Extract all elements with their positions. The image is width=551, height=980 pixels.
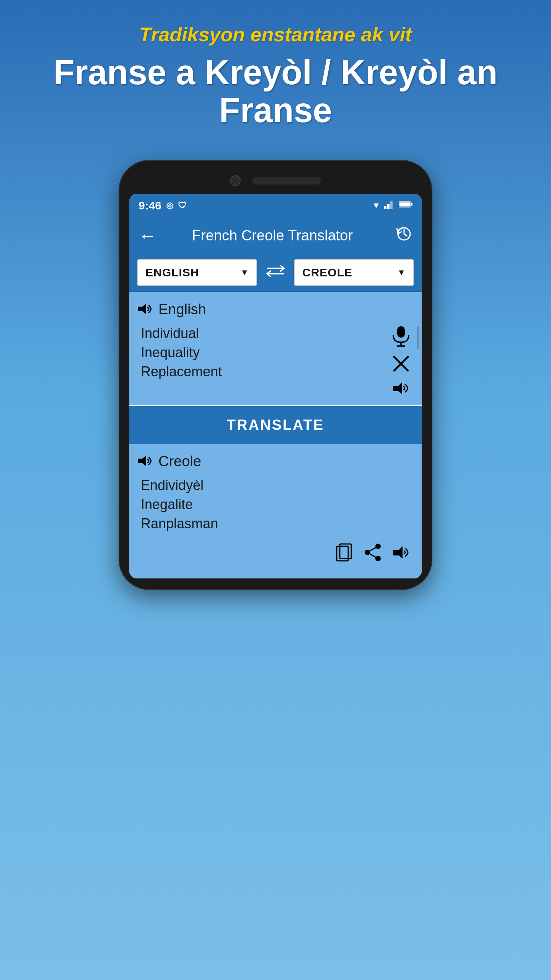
input-word-3: Replacement [141, 364, 222, 380]
subtitle-text: Tradiksyon enstantane ak vit [0, 23, 551, 46]
svg-rect-5 [411, 203, 412, 206]
source-language-button[interactable]: ENGLISH ▼ [137, 259, 257, 286]
status-circle-icon: ◎ [166, 201, 173, 211]
phone-container: 9:46 ◎ 🛡 ▼ [119, 160, 432, 590]
phone-outer: 9:46 ◎ 🛡 ▼ [119, 160, 432, 590]
svg-marker-13 [393, 382, 402, 394]
output-word-2: Inegalite [141, 497, 414, 513]
svg-line-21 [367, 552, 378, 559]
output-word-1: Endividyèl [141, 477, 414, 493]
phone-screen: 9:46 ◎ 🛡 ▼ [129, 194, 422, 578]
svg-marker-7 [138, 304, 146, 314]
signal-icon [384, 200, 395, 211]
target-language-dropdown-arrow: ▼ [397, 268, 406, 278]
title-text: Franse a Kreyòl / Kreyòl an Franse [0, 54, 551, 129]
phone-speaker-grille [252, 177, 321, 185]
target-language-label: CREOLE [302, 266, 352, 279]
svg-rect-8 [397, 326, 405, 338]
output-language-label: Creole [137, 453, 414, 470]
battery-icon [399, 201, 412, 211]
status-bar: 9:46 ◎ 🛡 ▼ [129, 194, 422, 217]
output-section: Creole Endividyèl Inegalite Ranplasman [129, 444, 422, 578]
status-shield-icon: 🛡 [178, 201, 186, 211]
source-language-label: ENGLISH [145, 266, 199, 279]
translate-button[interactable]: TRANSLATE [129, 406, 422, 444]
svg-rect-1 [387, 204, 390, 209]
svg-rect-2 [390, 201, 393, 209]
status-time: 9:46 [139, 199, 161, 212]
input-section: English Individual Inequality Replacemen… [129, 292, 422, 406]
phone-camera [230, 175, 241, 186]
header-area: Tradiksyon enstantane ak vit Franse a Kr… [0, 0, 551, 129]
source-language-dropdown-arrow: ▼ [240, 268, 249, 278]
target-language-button[interactable]: CREOLE ▼ [294, 259, 414, 286]
swap-languages-button[interactable] [262, 265, 289, 281]
status-left: 9:46 ◎ 🛡 [139, 199, 186, 212]
svg-rect-4 [399, 203, 411, 207]
microphone-icon[interactable] [392, 325, 410, 348]
input-word-1: Individual [141, 325, 222, 341]
input-play-icon[interactable] [392, 381, 410, 397]
svg-rect-0 [384, 206, 386, 209]
output-play-icon[interactable] [393, 545, 410, 562]
toolbar-title: French Creole Translator [149, 227, 396, 244]
output-language-name: Creole [158, 453, 201, 470]
output-words: Endividyèl Inegalite Ranplasman [137, 477, 414, 532]
language-selector-row: ENGLISH ▼ CREOLE ▼ [129, 254, 422, 292]
svg-marker-22 [393, 546, 403, 559]
history-button[interactable] [396, 225, 412, 246]
phone-top-bar [129, 172, 422, 194]
wifi-icon: ▼ [372, 201, 380, 211]
output-actions [137, 539, 414, 563]
output-word-3: Ranplasman [141, 516, 414, 532]
output-speaker-icon[interactable] [137, 454, 153, 469]
share-icon[interactable] [364, 543, 382, 563]
input-word-2: Inequality [141, 345, 222, 361]
app-toolbar: ← French Creole Translator [129, 217, 422, 254]
input-speaker-icon[interactable] [137, 302, 153, 317]
copy-icon[interactable] [336, 543, 353, 563]
input-language-label: English [137, 301, 414, 318]
svg-marker-14 [138, 456, 146, 466]
status-right: ▼ [372, 200, 412, 211]
input-language-name: English [158, 301, 206, 318]
clear-icon[interactable] [393, 355, 409, 374]
input-words: Individual Inequality Replacement [137, 325, 222, 383]
scroll-indicator [417, 326, 419, 349]
svg-line-20 [367, 546, 378, 552]
